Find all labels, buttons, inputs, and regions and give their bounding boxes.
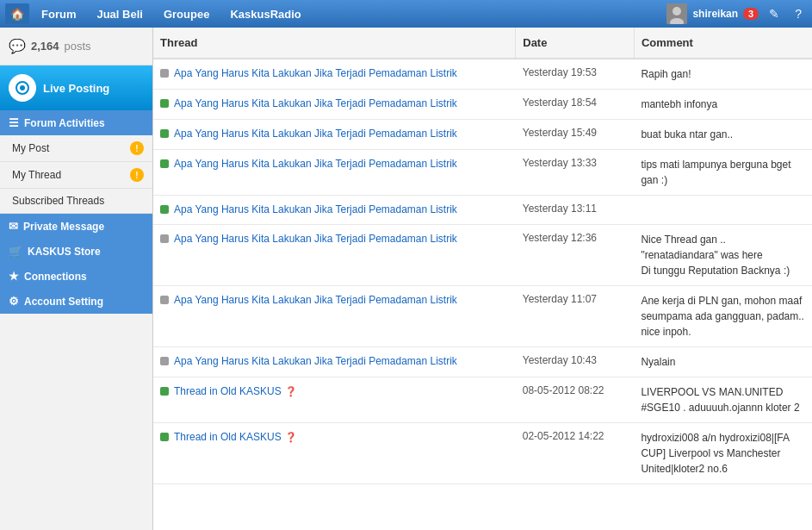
date-cell-9: 02-05-2012 14:22	[516, 422, 635, 483]
user-area: shireikan 3 ✎ ?	[666, 3, 807, 24]
bubble-icon: 💬	[9, 38, 26, 54]
main-content: Thread Date Comment Apa Yang Harus Kita …	[153, 28, 812, 530]
comment-cell-4	[634, 196, 812, 225]
threads-table: Thread Date Comment Apa Yang Harus Kita …	[153, 28, 812, 484]
thread-link[interactable]: Thread in Old KASKUS	[174, 430, 282, 445]
table-row: Apa Yang Harus Kita Lakukan Jika Terjadi…	[153, 59, 812, 90]
star-icon: ★	[9, 270, 19, 283]
posts-label: posts	[65, 40, 91, 53]
date-cell-1: Yesterday 18:54	[516, 90, 635, 120]
nav-kaskusradio[interactable]: KaskusRadio	[221, 4, 309, 24]
edit-icon[interactable]: ✎	[764, 5, 784, 22]
my-thread-badge: !	[130, 168, 144, 182]
my-thread-item[interactable]: My Thread !	[0, 162, 152, 189]
comment-cell-9: hydroxizi008 a/n hydroxizi08|[FA CUP] Li…	[634, 422, 812, 483]
date-cell-8: 08-05-2012 08:22	[516, 377, 635, 422]
subscribed-threads-label: Subscribed Threads	[12, 195, 104, 207]
thread-cell-4: Apa Yang Harus Kita Lakukan Jika Terjadi…	[153, 196, 516, 225]
table-row: Apa Yang Harus Kita Lakukan Jika Terjadi…	[153, 90, 812, 120]
table-row: Apa Yang Harus Kita Lakukan Jika Terjadi…	[153, 224, 812, 285]
forum-activities-label: Forum Activities	[24, 117, 105, 129]
table-row: Thread in Old KASKUS ❓02-05-2012 14:22hy…	[153, 422, 812, 483]
thread-status-dot	[160, 357, 169, 365]
thread-status-dot	[160, 205, 169, 214]
table-row: Apa Yang Harus Kita Lakukan Jika Terjadi…	[153, 120, 812, 150]
thread-link[interactable]: Apa Yang Harus Kita Lakukan Jika Terjadi…	[174, 354, 457, 369]
thread-cell-3: Apa Yang Harus Kita Lakukan Jika Terjadi…	[153, 150, 516, 196]
my-thread-label: My Thread	[12, 169, 61, 181]
thread-link[interactable]: Apa Yang Harus Kita Lakukan Jika Terjadi…	[174, 97, 457, 111]
svg-point-4	[20, 85, 25, 90]
table-row: Apa Yang Harus Kita Lakukan Jika Terjadi…	[153, 150, 812, 196]
date-cell-7: Yesterday 10:43	[516, 346, 635, 377]
thread-link[interactable]: Apa Yang Harus Kita Lakukan Jika Terjadi…	[174, 232, 457, 246]
help-icon[interactable]: ?	[790, 5, 807, 22]
thread-cell-1: Apa Yang Harus Kita Lakukan Jika Terjadi…	[153, 90, 516, 120]
posts-count-area: 💬 2,164 posts	[0, 28, 152, 65]
thread-link[interactable]: Apa Yang Harus Kita Lakukan Jika Terjadi…	[174, 157, 457, 171]
cart-icon: 🛒	[9, 245, 22, 258]
main-layout: 💬 2,164 posts Live Posting ☰ Forum Activ…	[0, 28, 812, 530]
private-message-section[interactable]: ✉ Private Message	[0, 214, 152, 239]
list-icon: ☰	[9, 116, 19, 129]
thread-status-dot	[160, 69, 169, 78]
thread-cell-6: Apa Yang Harus Kita Lakukan Jika Terjadi…	[153, 285, 516, 346]
nav-groupee[interactable]: Groupee	[155, 4, 218, 24]
date-cell-3: Yesterday 13:33	[516, 150, 635, 196]
comment-cell-3: tips mati lampunya berguna bget gan :)	[634, 150, 812, 196]
my-post-label: My Post	[12, 142, 49, 154]
forum-activities-section[interactable]: ☰ Forum Activities	[0, 110, 152, 135]
my-post-item[interactable]: My Post !	[0, 135, 152, 162]
kaskus-store-section[interactable]: 🛒 KASKUS Store	[0, 239, 152, 264]
comment-cell-7: Nyalain	[634, 346, 812, 377]
kaskus-store-label: KASKUS Store	[28, 246, 101, 258]
svg-point-1	[673, 7, 681, 16]
envelope-icon: ✉	[9, 220, 18, 233]
date-cell-0: Yesterday 19:53	[516, 59, 635, 90]
thread-info-icon[interactable]: ❓	[285, 386, 297, 397]
home-button[interactable]: 🏠	[5, 3, 29, 24]
thread-link[interactable]: Apa Yang Harus Kita Lakukan Jika Terjadi…	[174, 66, 457, 81]
comment-cell-2: buat buka ntar gan..	[634, 120, 812, 150]
thread-status-dot	[160, 387, 169, 396]
table-row: Apa Yang Harus Kita Lakukan Jika Terjadi…	[153, 346, 812, 377]
comment-cell-8: LIVERPOOL VS MAN.UNITED #SGE10 . aduuuuh…	[634, 377, 812, 422]
notification-badge[interactable]: 3	[743, 8, 759, 20]
thread-info-icon[interactable]: ❓	[285, 432, 297, 443]
thread-cell-0: Apa Yang Harus Kita Lakukan Jika Terjadi…	[153, 59, 516, 90]
sidebar: 💬 2,164 posts Live Posting ☰ Forum Activ…	[0, 28, 153, 530]
thread-link[interactable]: Apa Yang Harus Kita Lakukan Jika Terjadi…	[174, 127, 457, 141]
thread-cell-7: Apa Yang Harus Kita Lakukan Jika Terjadi…	[153, 346, 516, 377]
comment-cell-1: mantebh infonya	[634, 90, 812, 120]
thread-link[interactable]: Thread in Old KASKUS	[174, 384, 282, 399]
live-posting-icon	[9, 74, 36, 102]
comment-cell-5: Nice Thread gan .."renatadiandara" was h…	[634, 224, 812, 285]
date-cell-2: Yesterday 15:49	[516, 120, 635, 150]
comment-cell-6: Ane kerja di PLN gan, mohon maaf seumpam…	[634, 285, 812, 346]
nav-jual-beli[interactable]: Jual Beli	[88, 4, 151, 24]
top-navigation: 🏠 Forum Jual Beli Groupee KaskusRadio sh…	[0, 0, 812, 28]
thread-status-dot	[160, 159, 169, 168]
account-setting-section[interactable]: ⚙ Account Setting	[0, 289, 152, 314]
thread-status-dot	[160, 234, 169, 243]
thread-status-dot	[160, 99, 169, 108]
live-posting-label: Live Posting	[43, 82, 109, 95]
connections-section[interactable]: ★ Connections	[0, 264, 152, 289]
thread-link[interactable]: Apa Yang Harus Kita Lakukan Jika Terjadi…	[174, 293, 457, 308]
nav-forum[interactable]: Forum	[33, 4, 84, 24]
username-label: shireikan	[692, 8, 738, 20]
live-posting-button[interactable]: Live Posting	[0, 65, 152, 110]
comment-cell-0: Rapih gan!	[634, 59, 812, 90]
thread-link[interactable]: Apa Yang Harus Kita Lakukan Jika Terjadi…	[174, 203, 457, 217]
thread-status-dot	[160, 129, 169, 138]
table-row: Apa Yang Harus Kita Lakukan Jika Terjadi…	[153, 196, 812, 225]
col-comment: Comment	[634, 28, 812, 59]
date-cell-4: Yesterday 13:11	[516, 196, 635, 225]
account-setting-label: Account Setting	[24, 296, 103, 308]
thread-cell-5: Apa Yang Harus Kita Lakukan Jika Terjadi…	[153, 224, 516, 285]
date-cell-6: Yesterday 11:07	[516, 285, 635, 346]
subscribed-threads-item[interactable]: Subscribed Threads	[0, 189, 152, 214]
date-cell-5: Yesterday 12:36	[516, 224, 635, 285]
gear-icon: ⚙	[9, 295, 19, 308]
avatar	[666, 3, 687, 24]
